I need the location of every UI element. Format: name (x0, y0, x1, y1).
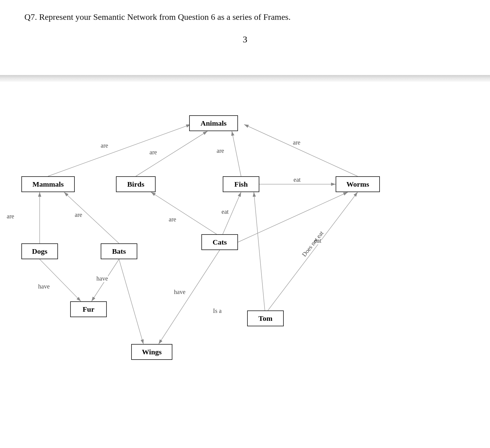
svg-line-15 (254, 192, 265, 310)
label-birds-animals: are (150, 149, 157, 156)
svg-line-11 (40, 259, 81, 301)
label-cats-wings: have (174, 289, 186, 296)
node-tom: Tom (247, 310, 284, 326)
svg-line-16 (268, 192, 358, 310)
diagram-area: Animals Mammals Birds Fish Worms Dogs Ba… (0, 88, 490, 408)
svg-line-4 (244, 124, 358, 176)
label-mammals-animals: are (101, 142, 108, 149)
diagram-svg (0, 88, 490, 408)
svg-line-14 (159, 250, 220, 344)
svg-line-1 (48, 124, 191, 176)
node-fish: Fish (223, 176, 259, 192)
label-fish-worms: eat (294, 176, 301, 183)
label-worms-animals: are (293, 139, 300, 146)
label-dogs-fur: have (38, 283, 50, 290)
node-worms: Worms (336, 176, 380, 192)
node-dogs: Dogs (21, 243, 58, 259)
node-wings: Wings (131, 344, 172, 360)
label-dogs-mammals: are (7, 213, 14, 220)
question-text: Q7. Represent your Semantic Network from… (24, 12, 466, 22)
label-tom-fish: Is a (213, 307, 222, 314)
label-bats-mammals: are (75, 211, 82, 218)
node-bats: Bats (101, 243, 137, 259)
svg-line-6 (64, 192, 119, 243)
svg-line-7 (151, 192, 217, 234)
node-cats: Cats (201, 234, 238, 250)
page-top: Q7. Represent your Semantic Network from… (0, 0, 490, 51)
node-birds: Birds (116, 176, 156, 192)
label-cats-birds: are (169, 216, 176, 223)
node-fur: Fur (70, 301, 107, 317)
node-animals: Animals (189, 115, 238, 131)
page-divider (0, 75, 490, 82)
svg-line-3 (232, 131, 241, 176)
label-fish-animals: are (217, 147, 224, 154)
svg-line-13 (119, 259, 143, 344)
label-bats-fur: have (96, 275, 108, 282)
svg-line-2 (136, 131, 207, 176)
label-cats-fish: eat (222, 208, 229, 215)
node-mammals: Mammals (21, 176, 75, 192)
page-number: 3 (24, 34, 466, 45)
